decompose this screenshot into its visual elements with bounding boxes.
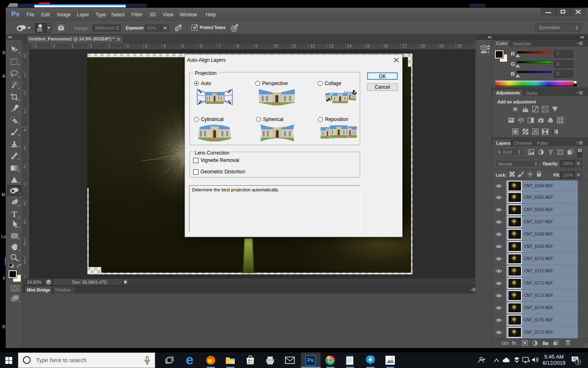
- svg-text:3: 3: [145, 44, 147, 48]
- svg-text:7: 7: [24, 183, 26, 188]
- svg-text:5: 5: [24, 146, 26, 151]
- svg-text:9: 9: [255, 44, 258, 48]
- svg-text:2: 2: [24, 91, 26, 96]
- svg-text:4: 4: [24, 128, 26, 132]
- svg-text:2: 2: [53, 44, 56, 48]
- svg-text:2: 2: [127, 44, 129, 48]
- svg-text:4: 4: [163, 44, 166, 48]
- svg-text:1: 1: [24, 260, 26, 265]
- svg-text:1: 1: [108, 44, 111, 48]
- svg-text:T: T: [548, 149, 552, 155]
- svg-text:5: 5: [182, 44, 184, 48]
- svg-text:8: 8: [24, 202, 26, 206]
- svg-text:3: 3: [24, 110, 26, 114]
- svg-text:1: 1: [24, 73, 26, 77]
- svg-text:1: 1: [71, 44, 74, 48]
- svg-text:3: 3: [35, 44, 37, 48]
- svg-text:6: 6: [24, 165, 26, 169]
- svg-text:0: 0: [24, 54, 26, 59]
- svg-text:1: 1: [24, 275, 26, 278]
- svg-text:7: 7: [218, 44, 221, 48]
- svg-text:0: 0: [90, 44, 92, 48]
- svg-text:8: 8: [237, 44, 239, 48]
- svg-text:0: 0: [24, 242, 26, 247]
- svg-text:6: 6: [200, 44, 203, 48]
- svg-text:T: T: [11, 210, 17, 219]
- svg-text:9: 9: [24, 220, 26, 224]
